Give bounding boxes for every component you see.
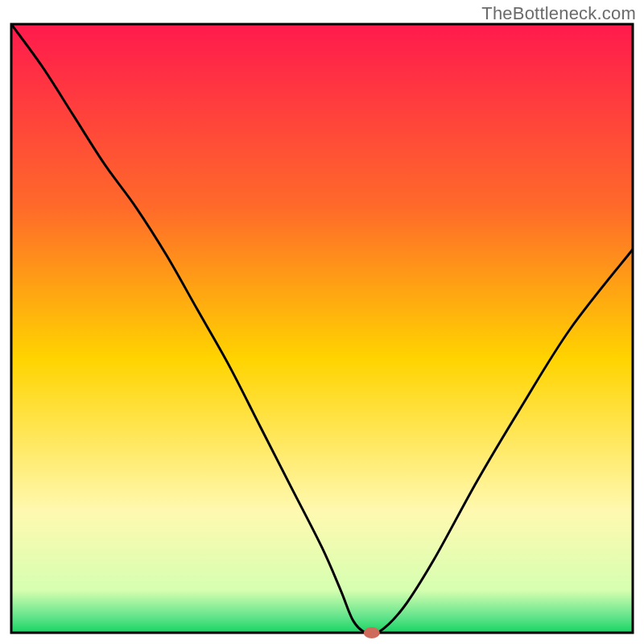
watermark-text: TheBottleneck.com [481,3,636,24]
bottleneck-chart [0,0,644,644]
optimum-marker [364,627,380,638]
gradient-background [11,24,633,633]
